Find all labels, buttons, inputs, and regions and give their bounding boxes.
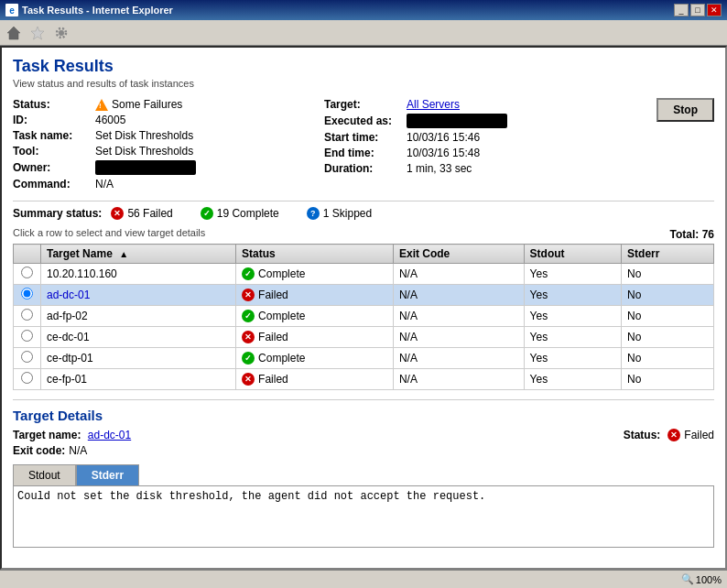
skipped-summary: ? 1 Skipped (307, 207, 372, 220)
minimize-button[interactable]: _ (674, 4, 689, 16)
exit-code-cell: N/A (393, 348, 524, 369)
duration-label: Duration: (324, 162, 407, 175)
endtime-row: End time: 10/03/16 15:48 (324, 147, 714, 159)
target-name-cell: ce-fp-01 (41, 369, 236, 390)
table-header-row: Click a row to select and view target de… (13, 227, 714, 242)
close-button[interactable]: ✕ (707, 4, 722, 16)
stdout-cell: Yes (524, 327, 621, 348)
command-row: Command: N/A (13, 178, 324, 191)
exit-code-value: N/A (69, 444, 87, 457)
skipped-count: 1 Skipped (323, 207, 372, 220)
id-label: ID: (13, 114, 95, 126)
summary-label: Summary status: (13, 207, 102, 220)
star-icon[interactable] (29, 25, 46, 41)
stderr-cell: No (622, 369, 714, 390)
stdout-cell: Yes (524, 348, 621, 369)
summary-row: Summary status: ✕ 56 Failed ✓ 19 Complet… (13, 201, 714, 220)
info-section: Status: Some Failures ID: 46005 Task nam… (13, 98, 714, 193)
stderr-cell: No (622, 264, 714, 285)
svg-marker-0 (7, 27, 20, 39)
target-value[interactable]: All Servers (407, 98, 460, 111)
ie-icon: e (5, 4, 18, 16)
tab-stdout[interactable]: Stdout (13, 464, 76, 485)
stderr-cell: No (622, 285, 714, 306)
col-stdout[interactable]: Stdout (524, 245, 621, 264)
failed-summary: ✕ 56 Failed (111, 207, 172, 220)
info-left: Status: Some Failures ID: 46005 Task nam… (13, 98, 324, 193)
window-title: Task Results - Internet Explorer (22, 5, 173, 16)
stdout-cell: Yes (524, 369, 621, 390)
endtime-value: 10/03/16 15:48 (407, 147, 480, 159)
status-cell: ✓Complete (236, 348, 394, 369)
col-status[interactable]: Status (236, 245, 394, 264)
tool-value: Set Disk Thresholds (95, 145, 193, 158)
col-target-name[interactable]: Target Name ▲ (41, 245, 236, 264)
status-row: Status: Some Failures (13, 98, 324, 111)
table-row[interactable]: ad-fp-02✓CompleteN/AYesNo (14, 306, 714, 327)
status-label: Status: (13, 98, 95, 111)
tool-label: Tool: (13, 145, 95, 158)
radio-cell[interactable] (14, 306, 41, 327)
exit-code-row: Exit code: N/A (13, 444, 714, 457)
warning-icon (95, 99, 108, 111)
click-instruction: Click a row to select and view target de… (13, 227, 205, 238)
table-row[interactable]: 10.20.110.160✓CompleteN/AYesNo (14, 264, 714, 285)
failed-count: 56 Failed (127, 207, 172, 220)
status-cell: ✓Complete (236, 264, 394, 285)
col-exit-code[interactable]: Exit Code (393, 245, 524, 264)
table-row[interactable]: ad-dc-01✕FailedN/AYesNo (14, 285, 714, 306)
tabs-row: Stdout Stderr (13, 464, 714, 485)
id-row: ID: 46005 (13, 114, 324, 126)
target-name-value[interactable]: ad-dc-01 (88, 429, 131, 441)
status-cell: ✕Failed (236, 285, 394, 306)
maximize-button[interactable]: □ (690, 4, 705, 16)
table-row[interactable]: ce-dtp-01✓CompleteN/AYesNo (14, 348, 714, 369)
radio-cell[interactable] (14, 285, 41, 306)
duration-value: 1 min, 33 sec (407, 162, 472, 175)
col-stderr[interactable]: Stderr (622, 245, 714, 264)
id-value: 46005 (95, 114, 125, 126)
stderr-cell: No (622, 327, 714, 348)
tab-stderr[interactable]: Stderr (76, 464, 139, 485)
table-row[interactable]: ce-fp-01✕FailedN/AYesNo (14, 369, 714, 390)
svg-marker-1 (31, 27, 44, 39)
radio-cell[interactable] (14, 264, 41, 285)
failed-icon: ✕ (111, 207, 124, 220)
sort-arrow: ▲ (119, 249, 128, 259)
output-area[interactable] (13, 485, 714, 548)
tool-row: Tool: Set Disk Thresholds (13, 145, 324, 158)
radio-cell[interactable] (14, 348, 41, 369)
stderr-cell: No (622, 348, 714, 369)
radio-cell[interactable] (14, 327, 41, 348)
target-row: Target: All Servers (324, 98, 714, 111)
complete-dot: ✓ (242, 267, 255, 280)
complete-icon: ✓ (201, 207, 213, 220)
table-row[interactable]: ce-dc-01✕FailedN/AYesNo (14, 327, 714, 348)
stderr-cell: No (622, 306, 714, 327)
exit-code-cell: N/A (393, 327, 524, 348)
main-content: Task Results View status and results of … (0, 46, 727, 570)
details-status: Status: ✕ Failed (624, 429, 714, 441)
stop-button[interactable]: Stop (656, 98, 714, 122)
page-title: Task Results (13, 57, 714, 76)
target-name-row: Target name: ad-dc-01 (13, 429, 131, 441)
stdout-cell: Yes (524, 285, 621, 306)
home-icon[interactable] (5, 25, 22, 41)
exit-code-cell: N/A (393, 285, 524, 306)
starttime-value: 10/03/16 15:46 (407, 131, 480, 144)
target-name-cell: ad-fp-02 (41, 306, 236, 327)
status-value: Some Failures (112, 98, 182, 111)
target-name-cell: 10.20.110.160 (41, 264, 236, 285)
starttime-row: Start time: 10/03/16 15:46 (324, 131, 714, 144)
zoom-icon: 🔍 (681, 573, 694, 585)
target-details: Target Details Target name: ad-dc-01 Sta… (13, 399, 714, 550)
zoom-level: 100% (696, 574, 722, 585)
gear-icon[interactable] (53, 25, 70, 41)
info-right: Target: All Servers Executed as: ███████… (324, 98, 714, 193)
status-value-wrap: Some Failures (95, 98, 182, 111)
title-bar-controls: _ □ ✕ (674, 4, 722, 16)
executedas-value: ████████████ (407, 114, 507, 128)
radio-cell[interactable] (14, 369, 41, 390)
exit-code-cell: N/A (393, 369, 524, 390)
taskname-label: Task name: (13, 129, 95, 142)
